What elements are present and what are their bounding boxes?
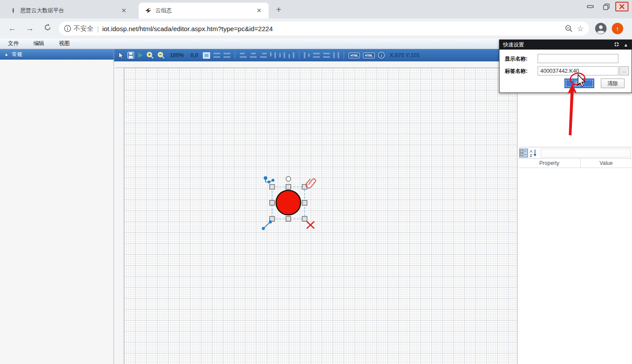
info-circle-icon[interactable]: i <box>378 52 385 59</box>
vertical-ruler <box>115 68 124 364</box>
align-left-icon[interactable] <box>240 53 247 58</box>
menu-view[interactable]: 视图 <box>59 40 70 47</box>
distribute-h-icon[interactable] <box>323 53 330 58</box>
restore-button[interactable] <box>600 2 613 11</box>
sort-az-icon[interactable]: AZ <box>529 149 538 157</box>
origin-label: 0,0 <box>190 52 198 58</box>
align-center-icon[interactable] <box>250 53 257 58</box>
tag-name-input[interactable] <box>538 66 618 75</box>
forward-icon[interactable]: → <box>25 24 35 33</box>
align-right-icon[interactable] <box>260 53 267 58</box>
property-grid-header: Property Value <box>518 159 632 168</box>
design-canvas[interactable] <box>124 68 517 364</box>
dock-icon[interactable] <box>614 42 619 48</box>
tag-name-row: 标签名称: ... <box>499 66 632 76</box>
save-icon[interactable] <box>127 52 134 59</box>
categorized-view-icon[interactable] <box>519 149 528 157</box>
horizontal-ruler <box>115 61 517 68</box>
svg-text:Z: Z <box>530 153 532 157</box>
palette-section-常规[interactable]: ▲常规 <box>0 49 114 60</box>
toolbar-separator <box>299 51 299 59</box>
window-controls <box>584 2 628 11</box>
svg-text:i: i <box>381 53 382 58</box>
html-preview-icon[interactable]: HTML <box>363 53 374 58</box>
zoom-level-label: 100% <box>170 52 184 58</box>
palette-general-grid <box>0 60 114 145</box>
separator: | <box>97 25 99 32</box>
buttons-row: 设置 清除 <box>499 79 632 88</box>
set-button[interactable]: 设置 <box>564 79 594 88</box>
profile-avatar[interactable] <box>595 23 607 34</box>
display-name-label: 显示名称: <box>505 55 528 63</box>
new-tab-button[interactable]: + <box>273 4 284 16</box>
zoom-out-icon[interactable] <box>157 51 165 59</box>
browse-tag-button[interactable]: ... <box>619 66 629 75</box>
align-top-icon[interactable] <box>270 52 276 58</box>
menu-edit[interactable]: 编辑 <box>33 40 44 47</box>
browser-url-bar: ← → 不安全 | iot.idosp.net/html/scada/edito… <box>0 18 632 39</box>
collapse-triangle-icon: ▲ <box>4 52 8 57</box>
screen: 思普云大数据平台 ✕ 云组态 ✕ + ← → 不安全 | iot.idosp.n… <box>0 0 632 364</box>
tab-dataplatform[interactable]: 思普云大数据平台 ✕ <box>4 3 133 18</box>
property-panel: AZ Property Value <box>518 147 632 364</box>
url-text: iot.idosp.net/html/scada/editor.aspx.htm… <box>102 25 560 32</box>
align-middle-icon[interactable] <box>279 52 285 58</box>
tab-title: 云组态 <box>155 7 254 14</box>
run-icon[interactable] <box>137 52 143 58</box>
zoom-indicator-icon[interactable] <box>565 25 573 32</box>
reload-icon[interactable] <box>42 24 53 33</box>
security-label: 不安全 <box>74 25 93 33</box>
tab-scada-editor[interactable]: 云组态 ✕ <box>139 3 269 18</box>
close-button[interactable] <box>615 2 628 11</box>
quick-settings-panel: 快速设置 ▲ 显示名称: 标签名称: ... 设置 清除 <box>499 39 632 93</box>
right-panel: AZ Property Value <box>517 61 632 364</box>
same-height-icon[interactable] <box>313 53 320 58</box>
zoom-in-icon[interactable] <box>146 51 154 59</box>
back-icon[interactable]: ← <box>7 24 18 33</box>
property-toolbar: AZ <box>518 147 632 159</box>
address-field[interactable]: 不安全 | iot.idosp.net/html/scada/editor.as… <box>59 21 589 36</box>
browser-update-button[interactable]: ↑ <box>612 23 623 34</box>
display-name-input[interactable] <box>538 54 618 63</box>
toolbar-separator <box>235 51 235 59</box>
tab-title: 思普云大数据平台 <box>20 7 118 14</box>
bookmark-star-icon[interactable]: ☆ <box>577 24 584 33</box>
info-icon[interactable] <box>64 25 71 32</box>
tab-close-icon[interactable]: ✕ <box>118 7 129 14</box>
quick-settings-title: 快速设置 <box>503 41 610 49</box>
cursor-position-label: X:870 Y:101 <box>390 52 420 58</box>
palette-section-label: 常规 <box>12 51 22 58</box>
align-bottom-icon[interactable] <box>288 52 294 58</box>
copy-style-icon[interactable] <box>213 53 220 58</box>
tab-close-icon[interactable]: ✕ <box>254 7 264 14</box>
html-export-icon[interactable]: HTML <box>348 53 360 58</box>
menu-file[interactable]: 文件 <box>8 40 19 47</box>
grid-toggle-icon[interactable] <box>203 52 210 59</box>
select-cursor-icon[interactable] <box>118 52 124 59</box>
minimize-button[interactable] <box>584 2 597 11</box>
quick-settings-header[interactable]: 快速设置 ▲ <box>499 40 632 50</box>
property-filter-box[interactable] <box>541 149 631 157</box>
column-value: Value <box>581 159 632 168</box>
component-palette: ▲常规 <box>0 49 114 364</box>
paste-style-icon[interactable] <box>223 53 230 58</box>
browser-tab-bar: 思普云大数据平台 ✕ 云组态 ✕ + <box>0 0 632 18</box>
display-name-row: 显示名称: <box>499 54 632 64</box>
clear-button[interactable]: 清除 <box>601 79 625 88</box>
tab2-favicon-icon <box>145 7 152 14</box>
svg-text:A: A <box>530 149 532 153</box>
column-property: Property <box>518 159 581 168</box>
tag-name-label: 标签名称: <box>505 68 528 75</box>
toolbar-separator <box>344 51 344 59</box>
distribute-v-icon[interactable] <box>333 52 339 58</box>
tab1-favicon-icon <box>10 7 17 14</box>
same-width-icon[interactable] <box>304 52 310 58</box>
collapse-icon[interactable]: ▲ <box>624 43 628 47</box>
